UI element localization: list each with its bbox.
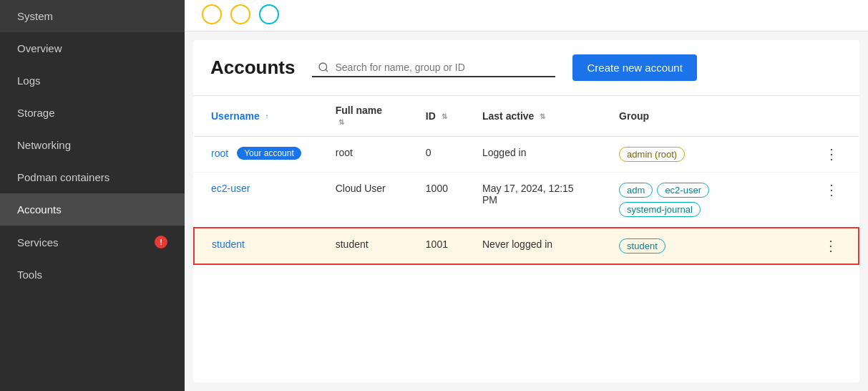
status-circle-3 <box>259 4 279 24</box>
sidebar-item-label: Storage <box>17 107 55 119</box>
id-cell: 1001 <box>409 228 465 264</box>
sidebar-item-label: Tools <box>17 269 42 281</box>
sidebar-item-logs[interactable]: Logs <box>0 64 185 97</box>
status-circle-2 <box>230 4 250 24</box>
sidebar: System Overview Logs Storage Networking … <box>0 0 185 391</box>
group-cell: student <box>602 228 804 264</box>
username-cell: ec2-user <box>194 173 318 228</box>
group-cell: admec2-usersystemd-journal <box>602 173 804 228</box>
services-badge: ! <box>155 236 167 248</box>
sidebar-item-storage[interactable]: Storage <box>0 97 185 129</box>
username-link[interactable]: ec2-user <box>211 183 250 194</box>
sidebar-item-networking[interactable]: Networking <box>0 129 185 161</box>
last-active-cell: Logged in <box>465 137 602 173</box>
sidebar-item-tools[interactable]: Tools <box>0 259 185 291</box>
group-tag: student <box>619 238 665 254</box>
col-header-id[interactable]: ID ⇅ <box>409 96 465 137</box>
sort-icon-id: ⇅ <box>442 113 447 120</box>
action-cell: ⋮ <box>804 228 859 264</box>
accounts-panel: Accounts Create new account Username ↑ <box>193 40 859 382</box>
svg-point-0 <box>319 63 327 71</box>
search-input[interactable] <box>335 62 550 73</box>
more-actions-button[interactable]: ⋮ <box>821 147 842 161</box>
accounts-header: Accounts Create new account <box>193 40 859 96</box>
sidebar-item-label: System <box>17 10 53 22</box>
sidebar-item-label: Logs <box>17 74 41 87</box>
fullname-cell: student <box>318 228 409 264</box>
col-header-actions <box>804 96 859 137</box>
group-tag: admin (root) <box>619 147 685 162</box>
table-header-row: Username ↑ Full name ⇅ ID ⇅ Last activ <box>194 96 859 137</box>
table-row: studentstudent1001Never logged instudent… <box>194 228 859 264</box>
group-tag: ec2-user <box>657 183 709 198</box>
last-active-cell: May 17, 2024, 12:15 PM <box>465 173 602 228</box>
sidebar-item-label: Accounts <box>17 203 62 216</box>
sidebar-item-label: Networking <box>17 139 71 151</box>
username-cell: rootYour account <box>194 137 318 173</box>
id-cell: 1000 <box>409 173 465 228</box>
action-cell: ⋮ <box>804 137 859 173</box>
username-link[interactable]: root <box>211 148 228 159</box>
your-account-badge: Your account <box>237 147 301 160</box>
more-actions-button[interactable]: ⋮ <box>821 183 842 197</box>
sidebar-item-label: Podman containers <box>17 171 109 183</box>
id-cell: 0 <box>409 137 465 173</box>
username-cell: student <box>194 228 318 264</box>
search-container <box>312 59 555 77</box>
more-actions-button[interactable]: ⋮ <box>821 238 841 253</box>
sidebar-item-accounts[interactable]: Accounts <box>0 193 185 226</box>
col-header-username[interactable]: Username ↑ <box>194 96 318 137</box>
sidebar-item-label: Overview <box>17 42 62 54</box>
sidebar-item-system[interactable]: System <box>0 0 185 32</box>
search-icon <box>318 62 329 73</box>
main-content: Accounts Create new account Username ↑ <box>185 0 868 391</box>
sidebar-item-overview[interactable]: Overview <box>0 32 185 64</box>
table-row: rootYour accountroot0Logged inadmin (roo… <box>194 137 859 173</box>
group-cell: admin (root) <box>602 137 804 173</box>
accounts-title: Accounts <box>210 57 295 79</box>
action-cell: ⋮ <box>804 173 859 228</box>
sort-icon-last-active: ⇅ <box>540 113 545 120</box>
sidebar-item-podman[interactable]: Podman containers <box>0 161 185 193</box>
group-tag: adm <box>619 183 653 198</box>
col-header-group: Group <box>602 96 804 137</box>
svg-line-1 <box>326 69 328 72</box>
sort-icon-fullname: ⇅ <box>338 119 344 126</box>
col-header-fullname[interactable]: Full name ⇅ <box>318 96 409 137</box>
sidebar-item-services[interactable]: Services ! <box>0 226 185 259</box>
fullname-cell: root <box>318 137 409 173</box>
username-link[interactable]: student <box>212 238 245 250</box>
accounts-table: Username ↑ Full name ⇅ ID ⇅ Last activ <box>193 96 859 382</box>
group-tag: systemd-journal <box>619 202 701 217</box>
status-circle-1 <box>202 4 222 24</box>
last-active-cell: Never logged in <box>465 228 602 264</box>
top-bar <box>185 0 868 32</box>
sort-icon-username: ↑ <box>265 113 269 120</box>
col-header-last-active[interactable]: Last active ⇅ <box>465 96 602 137</box>
fullname-cell: Cloud User <box>318 173 409 228</box>
table-row: ec2-userCloud User1000May 17, 2024, 12:1… <box>194 173 859 228</box>
sidebar-item-label: Services <box>17 236 59 248</box>
create-account-button[interactable]: Create new account <box>572 54 696 81</box>
